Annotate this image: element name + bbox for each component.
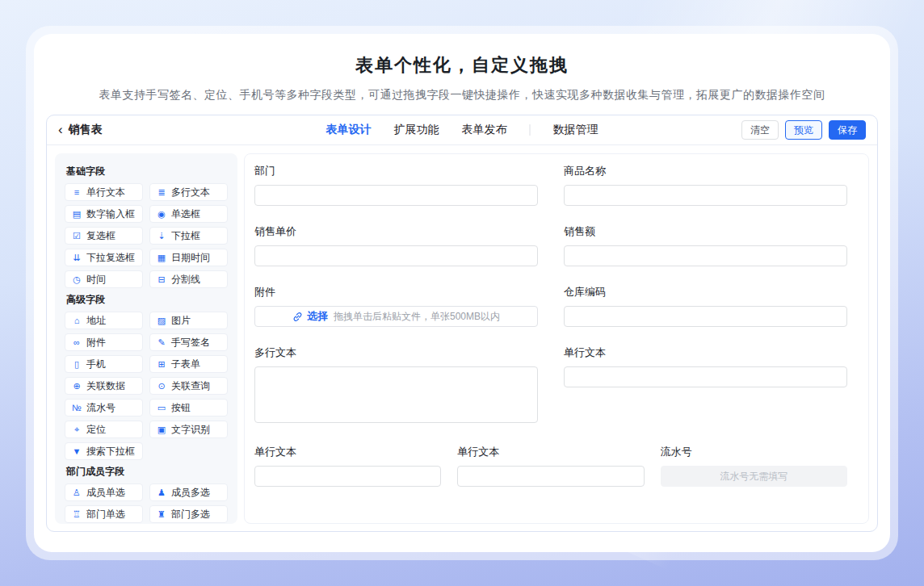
multiline-textarea[interactable]	[254, 366, 538, 423]
sidebar-item-search-select[interactable]: ▼搜索下拉框	[65, 442, 143, 460]
field-label: 销售额	[564, 224, 847, 239]
image-icon: ▨	[156, 316, 167, 326]
form-field-serial-number: 流水号	[661, 445, 847, 487]
form-field-singleline-text-3: 单行文本	[457, 445, 644, 487]
advanced-fields-grid: ⌂地址 ▨图片 ∞附件 ✎手写签名 ▯手机 ⊞子表单 ⊕关联数据 ⊙关联查询 №…	[65, 312, 228, 460]
section-title-basic-fields: 基础字段	[66, 165, 228, 178]
sidebar-item-select[interactable]: ⇣下拉框	[149, 227, 228, 245]
basic-fields-grid: ≡单行文本 ≣多行文本 ▤数字输入框 ◉单选框 ☑复选框 ⇣下拉框 ⇊下拉复选框…	[65, 183, 228, 288]
sidebar-item-image[interactable]: ▨图片	[149, 312, 228, 329]
sidebar-item-label: 图片	[171, 314, 191, 328]
sidebar-item-subform[interactable]: ⊞子表单	[149, 355, 228, 373]
form-field-attachment: 附件 选择 拖拽单击后粘贴文件，单张500MB以内	[254, 285, 538, 327]
field-label: 多行文本	[254, 345, 538, 360]
preview-button[interactable]: 预览	[785, 120, 822, 140]
member-multi-icon: ♟	[156, 488, 167, 498]
phone-icon: ▯	[71, 359, 82, 370]
sidebar-item-signature[interactable]: ✎手写签名	[149, 333, 228, 351]
multi-select-icon: ⇊	[71, 253, 82, 263]
singleline-input-3[interactable]	[457, 466, 644, 487]
sidebar-item-label: 时间	[86, 273, 106, 287]
sidebar-item-serial-number[interactable]: №流水号	[65, 399, 143, 416]
divider-icon: ⊟	[156, 274, 167, 285]
sidebar-item-linked-data[interactable]: ⊕关联数据	[65, 377, 143, 395]
field-label: 附件	[254, 285, 538, 299]
department-input[interactable]	[254, 185, 538, 206]
form-field-singleline-text-1: 单行文本	[564, 345, 847, 426]
form-field-sales-amount: 销售额	[564, 224, 847, 266]
sidebar-item-label: 分割线	[171, 273, 200, 287]
sidebar-item-label: 定位	[86, 423, 106, 437]
clock-icon: ◷	[71, 274, 82, 285]
sidebar-item-single-line-text[interactable]: ≡单行文本	[65, 183, 143, 201]
sidebar-item-button[interactable]: ▭按钮	[149, 399, 228, 416]
form-designer-window: ‹ 销售表 表单设计 扩展功能 表单发布 数据管理 清空 预览 保存	[46, 115, 878, 532]
form-field-product-name: 商品名称	[564, 164, 847, 206]
sidebar-item-phone[interactable]: ▯手机	[65, 355, 143, 373]
sidebar-item-divider[interactable]: ⊟分割线	[149, 270, 228, 288]
attachment-upload-area[interactable]: 选择 拖拽单击后粘贴文件，单张500MB以内	[254, 306, 538, 327]
main-card: 表单个性化，自定义拖拽 表单支持手写签名、定位、手机号等多种字段类型，可通过拖拽…	[34, 34, 890, 552]
page-title: 表单个性化，自定义拖拽	[34, 53, 890, 77]
back-chevron-icon: ‹	[58, 123, 63, 136]
sidebar-item-datetime[interactable]: ▦日期时间	[149, 249, 228, 266]
sidebar-item-checkbox[interactable]: ☑复选框	[65, 227, 143, 245]
sidebar-item-label: 文字识别	[171, 423, 210, 437]
sidebar-item-address[interactable]: ⌂地址	[65, 312, 143, 329]
link-icon	[292, 312, 303, 322]
designer-toolbar: ‹ 销售表 表单设计 扩展功能 表单发布 数据管理 清空 预览 保存	[47, 115, 877, 145]
warehouse-code-input[interactable]	[564, 306, 847, 327]
field-label: 单行文本	[457, 445, 644, 459]
singleline-input-2[interactable]	[254, 466, 441, 487]
sidebar-item-department-single[interactable]: ♖部门单选	[65, 505, 143, 523]
ocr-icon: ▣	[156, 425, 167, 435]
sidebar-item-attachment[interactable]: ∞附件	[65, 333, 143, 351]
sidebar-item-department-multi[interactable]: ♜部门多选	[149, 505, 228, 523]
sidebar-item-label: 成员单选	[86, 486, 125, 500]
sidebar-item-time[interactable]: ◷时间	[65, 270, 143, 288]
singleline-input-1[interactable]	[564, 366, 847, 387]
sidebar-item-label: 子表单	[171, 358, 200, 371]
sidebar-item-label: 手写签名	[171, 336, 210, 350]
toolbar-tabs: 表单设计 扩展功能 表单发布 数据管理	[326, 123, 598, 137]
location-icon: ⌖	[71, 425, 82, 435]
outer-frame: 表单个性化，自定义拖拽 表单支持手写签名、定位、手机号等多种字段类型，可通过拖拽…	[26, 26, 898, 560]
tab-data-management[interactable]: 数据管理	[553, 123, 598, 137]
sidebar-item-multi-line-text[interactable]: ≣多行文本	[149, 183, 228, 201]
sidebar-item-label: 多行文本	[171, 186, 210, 199]
tab-divider	[530, 124, 531, 136]
single-line-text-icon: ≡	[71, 187, 82, 197]
sidebar-item-label: 下拉框	[171, 229, 200, 243]
sidebar-item-member-multi[interactable]: ♟成员多选	[149, 483, 228, 501]
unit-price-input[interactable]	[254, 245, 538, 266]
sidebar-item-linked-query[interactable]: ⊙关联查询	[149, 377, 228, 395]
checkbox-icon: ☑	[71, 231, 82, 241]
sidebar-item-multi-select[interactable]: ⇊下拉复选框	[65, 249, 143, 266]
form-field-multiline-text: 多行文本	[254, 345, 538, 426]
sidebar-item-label: 成员多选	[171, 486, 210, 500]
save-button[interactable]: 保存	[829, 120, 866, 140]
tab-extensions[interactable]: 扩展功能	[394, 123, 439, 137]
member-fields-grid: ♙成员单选 ♟成员多选 ♖部门单选 ♜部门多选	[65, 483, 228, 523]
back-button[interactable]: ‹ 销售表	[58, 123, 103, 137]
sidebar-item-label: 部门多选	[171, 508, 210, 521]
button-icon: ▭	[156, 403, 167, 413]
tab-form-design[interactable]: 表单设计	[326, 123, 372, 137]
field-label: 仓库编码	[564, 285, 847, 299]
sidebar-item-location[interactable]: ⌖定位	[65, 421, 143, 438]
tab-form-publish[interactable]: 表单发布	[462, 123, 507, 137]
sidebar-item-member-single[interactable]: ♙成员单选	[65, 483, 143, 501]
linked-query-icon: ⊙	[156, 381, 167, 391]
sidebar-item-radio[interactable]: ◉单选框	[149, 205, 228, 223]
sidebar-item-label: 日期时间	[171, 251, 210, 265]
upload-select-button[interactable]: 选择	[292, 309, 328, 324]
serial-number-icon: №	[71, 403, 82, 412]
select-dropdown-icon: ⇣	[156, 231, 167, 241]
section-title-advanced-fields: 高级字段	[66, 293, 228, 307]
product-name-input[interactable]	[564, 185, 847, 206]
serial-number-input	[661, 466, 847, 487]
clear-button[interactable]: 清空	[741, 120, 779, 140]
sidebar-item-ocr[interactable]: ▣文字识别	[149, 421, 228, 438]
sidebar-item-number-input[interactable]: ▤数字输入框	[65, 205, 143, 223]
sales-amount-input[interactable]	[564, 245, 847, 266]
